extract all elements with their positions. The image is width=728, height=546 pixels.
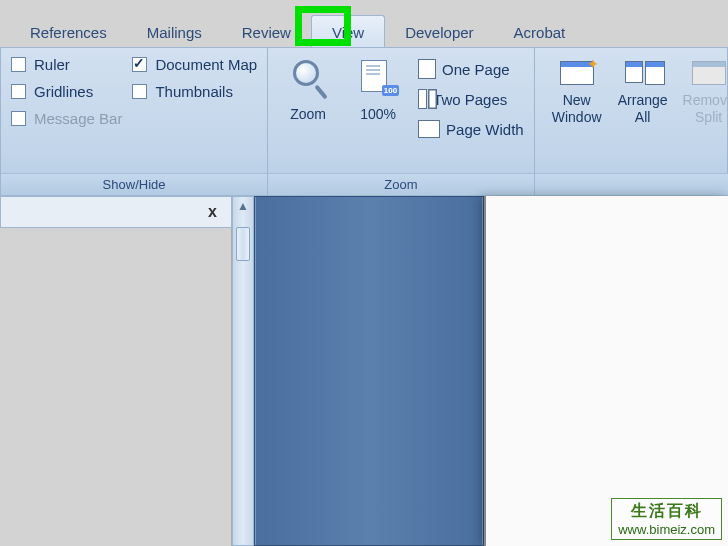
checkbox-label: Gridlines (34, 83, 93, 100)
arrange-all-button[interactable]: Arrange All (611, 54, 675, 173)
document-map-pane: x (0, 196, 232, 228)
new-window-label: New Window (552, 92, 602, 126)
checkbox-label: Message Bar (34, 110, 122, 127)
checkbox-gridlines[interactable]: Gridlines (11, 83, 122, 100)
close-icon[interactable]: x (208, 203, 217, 221)
one-page-button[interactable]: One Page (418, 54, 524, 84)
hundred-label: 100% (360, 106, 396, 122)
watermark-title: 生活百科 (618, 501, 715, 522)
page-width-button[interactable]: Page Width (418, 114, 524, 144)
tab-view[interactable]: View (311, 15, 385, 47)
checkbox-icon (11, 57, 26, 72)
group-zoom: Zoom 100 100% One Page Two Pages Page Wi… (268, 48, 535, 195)
checkbox-icon (11, 111, 26, 126)
magnifier-icon (287, 58, 329, 100)
arrange-all-icon (623, 58, 663, 88)
new-window-button[interactable]: New Window (545, 54, 609, 173)
checkbox-icon (132, 84, 147, 99)
watermark-url: www.bimeiz.com (618, 522, 715, 537)
tab-strip: References Mailings Review View Develope… (0, 0, 728, 48)
ribbon: Ruler Gridlines Message Bar Document Map (0, 48, 728, 196)
page-width-label: Page Width (446, 121, 524, 138)
vertical-scrollbar[interactable]: ▲ (232, 196, 254, 546)
scroll-up-icon[interactable]: ▲ (237, 199, 249, 213)
tab-developer[interactable]: Developer (385, 16, 493, 47)
page-margin-area (254, 196, 484, 546)
remove-split-button: Remove Split (677, 54, 728, 173)
scroll-thumb[interactable] (236, 227, 250, 261)
document-page[interactable] (484, 196, 728, 546)
zoom-button[interactable]: Zoom (278, 54, 338, 173)
two-pages-label: Two Pages (433, 91, 507, 108)
checkbox-message-bar: Message Bar (11, 110, 122, 127)
checkbox-label: Ruler (34, 56, 70, 73)
one-page-label: One Page (442, 61, 510, 78)
tab-review[interactable]: Review (222, 16, 311, 47)
arrange-all-label: Arrange All (618, 92, 668, 126)
checkbox-icon (11, 84, 26, 99)
checkbox-label: Document Map (155, 56, 257, 73)
one-page-icon (418, 59, 436, 79)
checkbox-ruler[interactable]: Ruler (11, 56, 122, 73)
tab-acrobat[interactable]: Acrobat (494, 16, 586, 47)
checkbox-document-map[interactable]: Document Map (132, 56, 257, 73)
checkbox-icon (132, 57, 147, 72)
document-map-body (0, 228, 232, 546)
new-window-icon (557, 58, 597, 88)
remove-split-icon (689, 58, 728, 88)
tab-mailings[interactable]: Mailings (127, 16, 222, 47)
group-show-hide: Ruler Gridlines Message Bar Document Map (1, 48, 268, 195)
checkbox-thumbnails[interactable]: Thumbnails (132, 83, 257, 100)
zoom-label: Zoom (290, 106, 326, 122)
two-pages-button[interactable]: Two Pages (418, 84, 524, 114)
workspace: x ▲ (0, 196, 728, 546)
hundred-percent-button[interactable]: 100 100% (348, 54, 408, 173)
watermark: 生活百科 www.bimeiz.com (611, 498, 722, 540)
group-title-window (535, 173, 728, 195)
hundred-icon: 100 (357, 58, 399, 100)
group-title-show-hide: Show/Hide (1, 173, 267, 195)
two-pages-icon (418, 89, 427, 109)
tab-references[interactable]: References (10, 16, 127, 47)
page-width-icon (418, 120, 440, 138)
remove-split-label: Remove Split (683, 92, 728, 126)
checkbox-label: Thumbnails (155, 83, 233, 100)
group-title-zoom: Zoom (268, 173, 534, 195)
group-window: New Window Arrange All Remove Split (535, 48, 728, 195)
